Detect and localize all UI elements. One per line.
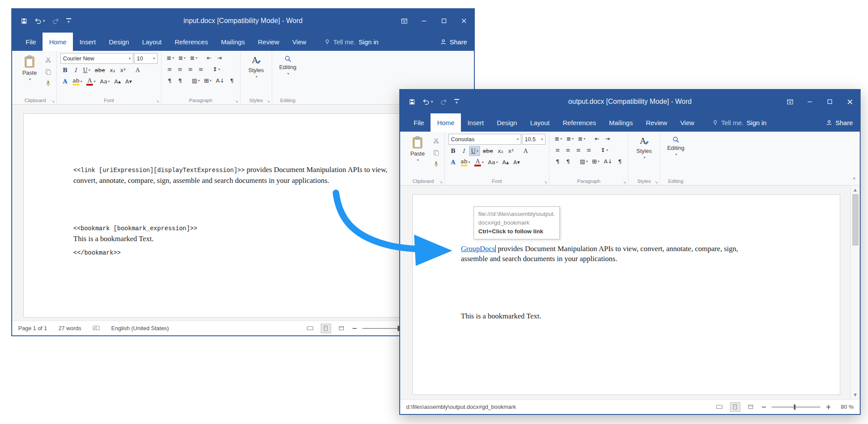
paragraph-dialog-launcher[interactable]: ↘ (235, 99, 238, 103)
styles-dialog-launcher[interactable]: ↘ (654, 180, 658, 184)
chevron-down-icon[interactable]: ▾ (94, 80, 95, 83)
italic-button[interactable]: I (459, 146, 468, 156)
sign-in-label[interactable]: Sign in (746, 119, 766, 126)
scroll-up-button[interactable]: ▲ (851, 186, 860, 194)
font-size-combo[interactable]: 10.5▾ (522, 134, 546, 145)
customize-qat-button[interactable]: ▾ (66, 18, 71, 24)
decrease-indent-button[interactable]: ⇤ (592, 134, 602, 144)
collapse-ribbon-button[interactable]: ^ (853, 176, 855, 182)
text-highlight-button[interactable]: ab▾ (71, 76, 84, 86)
italic-button[interactable]: I (71, 65, 80, 75)
tab-mailings[interactable]: Mailings (602, 113, 639, 132)
scrollbar-thumb[interactable] (852, 194, 858, 245)
chevron-down-icon[interactable]: ▾ (477, 149, 478, 153)
zoom-in-button[interactable]: + (825, 403, 831, 411)
tab-references[interactable]: References (168, 33, 214, 51)
tab-mailings[interactable]: Mailings (214, 33, 251, 51)
chevron-down-icon[interactable]: ▾ (172, 56, 174, 60)
superscript-button[interactable]: x² (118, 65, 128, 75)
copy-button[interactable] (43, 66, 53, 76)
underline-button[interactable]: U▾ (469, 146, 480, 156)
bullets-button[interactable]: ≡▾ (553, 134, 564, 144)
zoom-slider[interactable] (772, 407, 820, 407)
tab-review[interactable]: Review (639, 113, 674, 132)
tab-insert[interactable]: Insert (461, 113, 490, 132)
bold-button[interactable]: B (60, 65, 70, 75)
chevron-down-icon[interactable]: ▾ (586, 160, 588, 163)
zoom-out-button[interactable]: − (352, 325, 358, 332)
save-button[interactable] (21, 18, 27, 24)
align-right-button[interactable]: ≡ (186, 64, 195, 74)
styles-button[interactable]: A Styles ▾ (632, 134, 656, 176)
right-to-left-button[interactable]: ¶ (175, 76, 185, 86)
font-name-combo[interactable]: Consolas▾ (448, 134, 521, 145)
shading-button[interactable]: ▨▾ (578, 156, 589, 166)
chevron-down-icon[interactable]: ▾ (584, 137, 585, 141)
increase-indent-button[interactable]: ⇥ (215, 53, 224, 63)
titlebar[interactable]: ▾ ▾ output.docx [Compatibility Mode] - W… (400, 90, 860, 113)
redo-button[interactable] (440, 99, 447, 105)
chevron-down-icon[interactable]: ▾ (606, 149, 608, 152)
print-layout-button[interactable] (730, 402, 740, 412)
tab-references[interactable]: References (556, 113, 602, 132)
document-page[interactable]: file:///d:\files\assembly\output. docx#g… (412, 194, 840, 395)
font-name-combo[interactable]: Courier New▾ (60, 53, 133, 64)
borders-button[interactable]: ⊞▾ (590, 156, 601, 166)
numbering-button[interactable]: ≡▾ (565, 134, 575, 144)
share-button[interactable]: Share (440, 33, 467, 51)
chevron-down-icon[interactable]: ▾ (108, 80, 110, 83)
minimize-button[interactable] (800, 90, 820, 113)
align-left-button[interactable]: ≡ (553, 145, 562, 155)
zoom-out-button[interactable]: − (761, 403, 767, 411)
paragraph-dialog-launcher[interactable]: ↘ (623, 180, 626, 184)
chevron-down-icon[interactable]: ▾ (153, 56, 155, 60)
chevron-down-icon[interactable]: ▾ (89, 69, 90, 72)
undo-dropdown-icon[interactable]: ▾ (431, 99, 433, 104)
chevron-down-icon[interactable]: ▾ (496, 161, 498, 164)
font-color-button[interactable]: A▾ (473, 157, 485, 167)
titlebar[interactable]: ▾ ▾ input.docx [Compatibility Mode] - Wo… (12, 9, 474, 33)
chevron-down-icon[interactable]: ▾ (482, 161, 483, 164)
left-to-right-button[interactable]: ¶ (165, 76, 174, 86)
align-right-button[interactable]: ≡ (574, 145, 583, 155)
sort-button[interactable]: A↓ (214, 76, 226, 86)
tab-layout[interactable]: Layout (523, 113, 556, 132)
ribbon-display-options-button[interactable] (394, 9, 414, 33)
copy-button[interactable] (431, 147, 441, 157)
numbering-button[interactable]: ≡▾ (177, 53, 187, 63)
chevron-down-icon[interactable]: ▾ (256, 75, 257, 79)
strikethrough-button[interactable]: abe (481, 146, 495, 156)
multilevel-list-button[interactable]: ≡▾ (188, 53, 199, 63)
sort-button[interactable]: A↓ (602, 156, 614, 166)
styles-dialog-launcher[interactable]: ↘ (266, 99, 270, 103)
close-button[interactable] (454, 9, 474, 33)
left-to-right-button[interactable]: ¶ (553, 156, 562, 166)
editing-button[interactable]: Editing ▾ (664, 134, 688, 176)
font-dialog-launcher[interactable]: ↘ (156, 99, 159, 103)
strikethrough-button[interactable]: abe (93, 65, 107, 75)
text-highlight-button[interactable]: ab▾ (459, 157, 472, 167)
right-to-left-button[interactable]: ¶ (563, 156, 573, 166)
align-left-button[interactable]: ≡ (165, 64, 174, 74)
minimize-button[interactable] (414, 9, 434, 33)
align-center-button[interactable]: ≡ (175, 64, 185, 74)
tab-file[interactable]: File (19, 33, 43, 51)
bullets-button[interactable]: ≡▾ (165, 53, 176, 63)
chevron-down-icon[interactable]: ▾ (129, 56, 131, 60)
word-count[interactable]: 27 words (59, 325, 82, 331)
chevron-down-icon[interactable]: ▾ (468, 161, 470, 164)
chevron-down-icon[interactable]: ▾ (572, 137, 574, 141)
font-dialog-launcher[interactable]: ↘ (544, 180, 547, 184)
show-formatting-marks-button[interactable]: ¶ (227, 76, 237, 86)
paste-button[interactable]: Paste ▾ (17, 53, 42, 96)
chevron-down-icon[interactable]: ▾ (598, 160, 599, 163)
tab-insert[interactable]: Insert (73, 33, 102, 51)
text-effects-button[interactable]: A (60, 76, 70, 86)
multilevel-list-button[interactable]: ≡▾ (576, 134, 587, 144)
zoom-slider-handle[interactable] (794, 404, 796, 410)
chevron-down-icon[interactable]: ▾ (218, 68, 220, 71)
share-button[interactable]: Share (826, 113, 853, 132)
read-mode-button[interactable] (305, 324, 316, 333)
paste-button[interactable]: Paste ▾ (405, 134, 430, 176)
maximize-button[interactable] (820, 90, 840, 113)
